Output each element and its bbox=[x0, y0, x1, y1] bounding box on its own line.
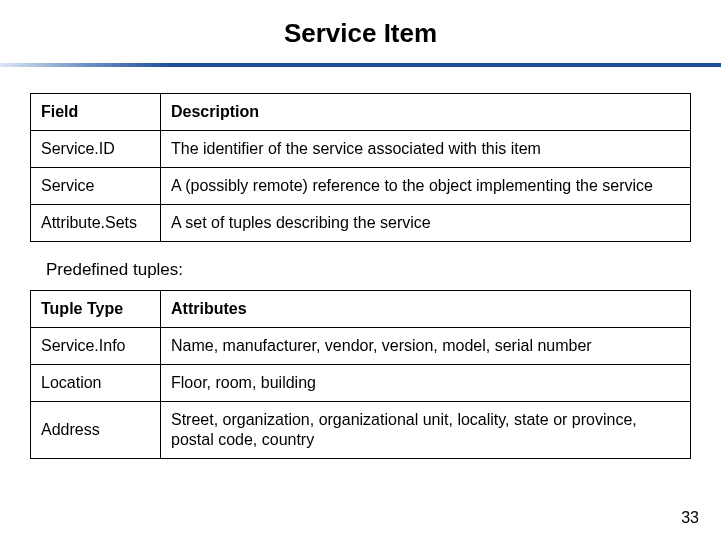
fields-header-description: Description bbox=[161, 94, 691, 131]
fields-header-field: Field bbox=[31, 94, 161, 131]
page-number: 33 bbox=[681, 509, 699, 527]
table-row: Location Floor, room, building bbox=[31, 365, 691, 402]
slide: Service Item Field Description Service.I… bbox=[0, 0, 721, 541]
fields-table: Field Description Service.ID The identif… bbox=[30, 93, 691, 242]
tuples-header-type: Tuple Type bbox=[31, 291, 161, 328]
table-row: Address Street, organization, organizati… bbox=[31, 402, 691, 459]
title-rule bbox=[0, 63, 721, 67]
tuples-table: Tuple Type Attributes Service.Info Name,… bbox=[30, 290, 691, 459]
table-header-row: Field Description bbox=[31, 94, 691, 131]
table-row: Service.Info Name, manufacturer, vendor,… bbox=[31, 328, 691, 365]
field-description: A (possibly remote) reference to the obj… bbox=[161, 168, 691, 205]
tuple-type: Location bbox=[31, 365, 161, 402]
predefined-tuples-label: Predefined tuples: bbox=[30, 260, 691, 280]
field-description: A set of tuples describing the service bbox=[161, 205, 691, 242]
table-row: Service.ID The identifier of the service… bbox=[31, 131, 691, 168]
table-row: Service A (possibly remote) reference to… bbox=[31, 168, 691, 205]
field-name: Attribute.Sets bbox=[31, 205, 161, 242]
tuple-type: Service.Info bbox=[31, 328, 161, 365]
content-area: Field Description Service.ID The identif… bbox=[0, 93, 721, 459]
tuples-header-attributes: Attributes bbox=[161, 291, 691, 328]
tuple-type: Address bbox=[31, 402, 161, 459]
tuple-attributes: Street, organization, organizational uni… bbox=[161, 402, 691, 459]
table-header-row: Tuple Type Attributes bbox=[31, 291, 691, 328]
field-name: Service bbox=[31, 168, 161, 205]
field-name: Service.ID bbox=[31, 131, 161, 168]
table-row: Attribute.Sets A set of tuples describin… bbox=[31, 205, 691, 242]
tuple-attributes: Name, manufacturer, vendor, version, mod… bbox=[161, 328, 691, 365]
tuple-attributes: Floor, room, building bbox=[161, 365, 691, 402]
page-title: Service Item bbox=[0, 0, 721, 63]
field-description: The identifier of the service associated… bbox=[161, 131, 691, 168]
